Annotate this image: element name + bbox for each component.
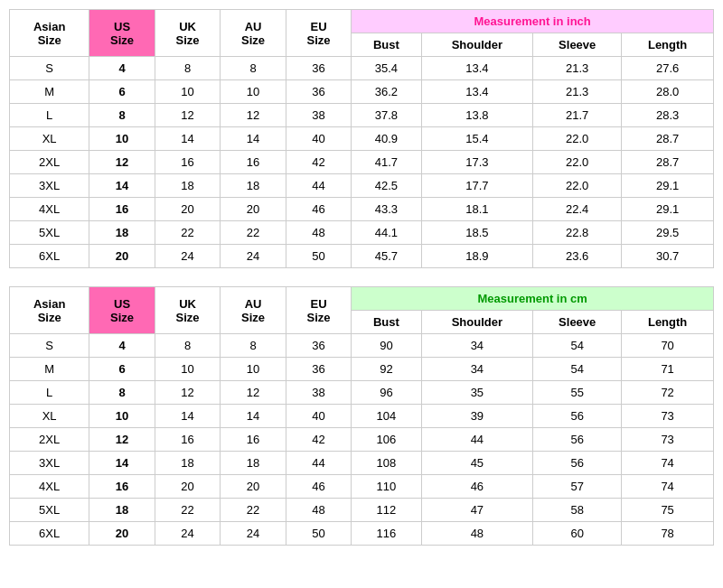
length-cell: 78 [622, 522, 714, 546]
shoulder-sub-header: Shoulder [421, 311, 533, 334]
shoulder-cell: 18.5 [421, 221, 533, 245]
asian-size-cell: L [10, 104, 89, 127]
au-size-cell: 22 [221, 221, 286, 245]
eu-size-cell: 36 [286, 57, 351, 80]
length-cell: 30.7 [622, 245, 714, 268]
shoulder-cell: 18.9 [421, 245, 533, 268]
au-size-cell: 12 [221, 104, 286, 127]
us-size-cell: 10 [89, 405, 155, 428]
shoulder-sub-header: Shoulder [421, 33, 533, 57]
us-size-cell: 16 [89, 475, 155, 499]
bust-sub-header: Bust [352, 33, 421, 57]
length-sub-header: Length [622, 311, 714, 334]
bust-cell: 112 [352, 499, 421, 522]
eu-size-cell: 40 [286, 127, 351, 151]
us-size-cell: 12 [89, 428, 155, 452]
us-size-cell: 4 [89, 57, 155, 80]
us-size-cell: 18 [89, 499, 155, 522]
au-size-cell: 8 [221, 334, 286, 358]
sleeve-cell: 21.3 [533, 57, 622, 80]
bust-cell: 116 [352, 522, 421, 546]
table-wrapper-cm: AsianSizeUSSizeUKSizeAUSizeEUSizeMeasure… [9, 286, 714, 546]
bust-cell: 43.3 [352, 198, 421, 221]
length-cell: 28.7 [622, 151, 714, 174]
asian-size-cell: XL [10, 405, 89, 428]
uk-size-cell: 22 [155, 499, 220, 522]
eu-size-cell: 46 [286, 198, 351, 221]
sleeve-cell: 54 [533, 334, 622, 358]
us-size-cell: 10 [89, 127, 155, 151]
bust-cell: 41.7 [352, 151, 421, 174]
table-row: 4XL16202046110465774 [10, 475, 714, 499]
us-size-cell: 20 [89, 245, 155, 268]
sleeve-cell: 21.7 [533, 104, 622, 127]
eu-size-col-header: EUSize [286, 287, 351, 334]
eu-size-cell: 50 [286, 522, 351, 546]
uk-size-col-header: UKSize [155, 287, 220, 334]
length-cell: 73 [622, 405, 714, 428]
bust-cell: 106 [352, 428, 421, 452]
eu-size-cell: 42 [286, 428, 351, 452]
bust-cell: 40.9 [352, 127, 421, 151]
length-cell: 72 [622, 381, 714, 405]
eu-size-cell: 44 [286, 452, 351, 475]
asian-size-cell: M [10, 358, 89, 381]
eu-size-cell: 50 [286, 245, 351, 268]
asian-size-cell: 6XL [10, 245, 89, 268]
eu-size-cell: 36 [286, 80, 351, 104]
bust-sub-header: Bust [352, 311, 421, 334]
uk-size-cell: 8 [155, 57, 220, 80]
length-cell: 75 [622, 499, 714, 522]
eu-size-cell: 48 [286, 499, 351, 522]
length-cell: 71 [622, 358, 714, 381]
table-row: 2XL1216164241.717.322.028.7 [10, 151, 714, 174]
shoulder-cell: 17.3 [421, 151, 533, 174]
us-size-col-header: USSize [89, 10, 155, 57]
sleeve-cell: 56 [533, 405, 622, 428]
eu-size-cell: 36 [286, 334, 351, 358]
table-row: 6XL2024245045.718.923.630.7 [10, 245, 714, 268]
uk-size-cell: 8 [155, 334, 220, 358]
bust-cell: 104 [352, 405, 421, 428]
asian-size-cell: 5XL [10, 499, 89, 522]
au-size-col-header: AUSize [221, 287, 286, 334]
us-size-cell: 8 [89, 381, 155, 405]
uk-size-col-header: UKSize [155, 10, 220, 57]
eu-size-cell: 38 [286, 104, 351, 127]
asian-size-cell: S [10, 334, 89, 358]
uk-size-cell: 20 [155, 198, 220, 221]
length-sub-header: Length [622, 33, 714, 57]
au-size-col-header: AUSize [221, 10, 286, 57]
length-cell: 28.3 [622, 104, 714, 127]
au-size-cell: 8 [221, 57, 286, 80]
bust-cell: 92 [352, 358, 421, 381]
asian-size-cell: M [10, 80, 89, 104]
bust-cell: 96 [352, 381, 421, 405]
uk-size-cell: 16 [155, 428, 220, 452]
asian-size-cell: 6XL [10, 522, 89, 546]
au-size-cell: 12 [221, 381, 286, 405]
eu-size-cell: 48 [286, 221, 351, 245]
au-size-cell: 20 [221, 475, 286, 499]
sleeve-cell: 60 [533, 522, 622, 546]
asian-size-cell: 4XL [10, 475, 89, 499]
bust-cell: 110 [352, 475, 421, 499]
sleeve-cell: 22.0 [533, 151, 622, 174]
uk-size-cell: 10 [155, 80, 220, 104]
sleeve-cell: 22.8 [533, 221, 622, 245]
uk-size-cell: 12 [155, 381, 220, 405]
us-size-cell: 20 [89, 522, 155, 546]
length-cell: 29.1 [622, 198, 714, 221]
bust-cell: 45.7 [352, 245, 421, 268]
uk-size-cell: 14 [155, 127, 220, 151]
bust-cell: 108 [352, 452, 421, 475]
au-size-cell: 14 [221, 127, 286, 151]
eu-size-cell: 42 [286, 151, 351, 174]
shoulder-cell: 44 [421, 428, 533, 452]
sleeve-cell: 56 [533, 428, 622, 452]
shoulder-cell: 15.4 [421, 127, 533, 151]
length-cell: 28.7 [622, 127, 714, 151]
asian-size-cell: 2XL [10, 428, 89, 452]
size-chart-container: AsianSizeUSSizeUKSizeAUSizeEUSizeMeasure… [9, 9, 714, 546]
table-row: S4883690345470 [10, 334, 714, 358]
